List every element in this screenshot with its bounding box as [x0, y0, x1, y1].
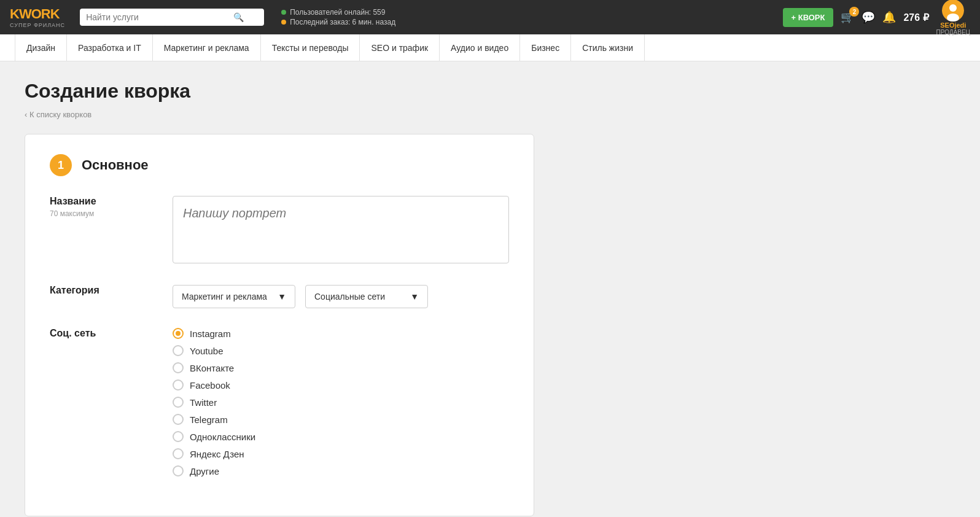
selects-row: Маркетинг и реклама ▼ Социальные сети ▼: [173, 285, 509, 308]
radio-circle-yandex-dzen: [173, 448, 184, 459]
category-label: Категория: [50, 285, 148, 296]
radio-circle-instagram: [173, 328, 184, 339]
radio-circle-other: [173, 465, 184, 476]
radio-label-yandex-dzen: Яндекс Дзен: [190, 449, 244, 459]
balance: 276 ₽: [903, 12, 928, 23]
radio-circle-odnoklassniki: [173, 431, 184, 442]
status-area: Пользователей онлайн: 559 Последний зака…: [274, 8, 772, 26]
chevron-down-icon-2: ▼: [410, 292, 419, 301]
user-role: ПРОДАВЕЦ: [936, 29, 970, 36]
radio-odnoklassniki[interactable]: Одноклассники: [173, 431, 509, 442]
nav-lifestyle[interactable]: Стиль жизни: [571, 34, 645, 61]
social-label-col: Соц. сеть: [50, 328, 148, 341]
radio-label-odnoklassniki: Одноклассники: [190, 432, 255, 442]
radio-circle-telegram: [173, 414, 184, 425]
status-last-order: Последний заказ: 6 мин. назад: [281, 18, 772, 26]
radio-circle-youtube: [173, 345, 184, 356]
chevron-down-icon: ▼: [278, 292, 286, 301]
search-bar[interactable]: 🔍: [80, 9, 264, 26]
social-row: Соц. сеть Instagram Youtube: [50, 328, 509, 476]
social-control-col: Instagram Youtube ВКонтакте Facebook: [173, 328, 509, 476]
name-sublabel: 70 максимум: [50, 209, 148, 218]
nav-business[interactable]: Бизнес: [520, 34, 571, 61]
radio-label-telegram: Telegram: [190, 414, 228, 425]
breadcrumb[interactable]: К списку кворков: [25, 110, 651, 119]
nav-marketing[interactable]: Маркетинг и реклама: [153, 34, 261, 61]
order-indicator: [281, 20, 286, 25]
user-name: SEOjedi: [940, 21, 966, 29]
radio-telegram[interactable]: Telegram: [173, 414, 509, 425]
subcategory-value: Социальные сети: [314, 292, 385, 301]
online-indicator: [281, 10, 286, 15]
page-content: Создание кворка К списку кворков 1 Основ…: [0, 61, 675, 517]
radio-other[interactable]: Другие: [173, 465, 509, 476]
chat-button[interactable]: 💬: [861, 10, 875, 24]
radio-twitter[interactable]: Twitter: [173, 397, 509, 408]
form-card: 1 Основное Название 70 максимум Категори…: [25, 134, 534, 516]
step-badge: 1: [50, 154, 72, 176]
search-input[interactable]: [86, 12, 233, 22]
section-title: Основное: [82, 157, 149, 173]
category-control-col: Маркетинг и реклама ▼ Социальные сети ▼: [173, 285, 509, 308]
cart-badge: 2: [849, 7, 859, 17]
title-input[interactable]: [173, 196, 509, 263]
category-row: Категория Маркетинг и реклама ▼ Социальн…: [50, 285, 509, 308]
radio-vkontakte[interactable]: ВКонтакте: [173, 362, 509, 373]
search-icon: 🔍: [233, 12, 244, 22]
name-control-col: [173, 196, 509, 265]
topbar: KWORK СУПЕР ФРИЛАНС 🔍 Пользователей онла…: [0, 0, 980, 34]
add-kwork-button[interactable]: + КВОРК: [783, 8, 834, 27]
category-value: Маркетинг и реклама: [182, 292, 267, 301]
status-online: Пользователей онлайн: 559: [281, 8, 772, 17]
radio-label-instagram: Instagram: [190, 328, 231, 339]
page-title: Создание кворка: [25, 80, 651, 103]
radio-label-other: Другие: [190, 466, 219, 476]
category-select[interactable]: Маркетинг и реклама ▼: [173, 285, 295, 308]
logo-text: KWORK: [10, 6, 60, 22]
radio-group: Instagram Youtube ВКонтакте Facebook: [173, 328, 509, 476]
name-label: Название: [50, 196, 148, 207]
nav-design[interactable]: Дизайн: [15, 34, 67, 61]
navbar: Дизайн Разработка и IT Маркетинг и рекла…: [0, 34, 980, 61]
logo-subtitle: СУПЕР ФРИЛАНС: [10, 22, 65, 28]
section-header: 1 Основное: [50, 154, 509, 176]
social-label: Соц. сеть: [50, 328, 148, 339]
name-row: Название 70 максимум: [50, 196, 509, 265]
notifications-button[interactable]: 🔔: [882, 10, 896, 24]
nav-texts[interactable]: Тексты и переводы: [261, 34, 360, 61]
svg-point-1: [949, 4, 957, 12]
logo[interactable]: KWORK СУПЕР ФРИЛАНС: [10, 6, 65, 28]
cart-button[interactable]: 🛒 2: [841, 10, 854, 24]
radio-label-facebook: Facebook: [190, 380, 230, 391]
radio-circle-facebook: [173, 379, 184, 391]
radio-yandex-dzen[interactable]: Яндекс Дзен: [173, 448, 509, 459]
radio-facebook[interactable]: Facebook: [173, 379, 509, 391]
user-avatar-area[interactable]: SEOjedi ПРОДАВЕЦ: [936, 0, 970, 36]
radio-instagram[interactable]: Instagram: [173, 328, 509, 339]
subcategory-select[interactable]: Социальные сети ▼: [305, 285, 428, 308]
nav-development[interactable]: Разработка и IT: [67, 34, 153, 61]
name-label-col: Название 70 максимум: [50, 196, 148, 218]
radio-label-vkontakte: ВКонтакте: [190, 363, 234, 373]
radio-circle-twitter: [173, 397, 184, 408]
nav-audio[interactable]: Аудио и видео: [440, 34, 520, 61]
nav-seo[interactable]: SEO и трафик: [360, 34, 440, 61]
category-label-col: Категория: [50, 285, 148, 298]
avatar: [942, 0, 964, 21]
radio-label-twitter: Twitter: [190, 397, 217, 408]
radio-circle-vkontakte: [173, 362, 184, 373]
radio-youtube[interactable]: Youtube: [173, 345, 509, 356]
radio-label-youtube: Youtube: [190, 346, 224, 356]
topbar-right: + КВОРК 🛒 2 💬 🔔 276 ₽ SEOjedi ПРОДАВЕЦ: [783, 0, 970, 36]
